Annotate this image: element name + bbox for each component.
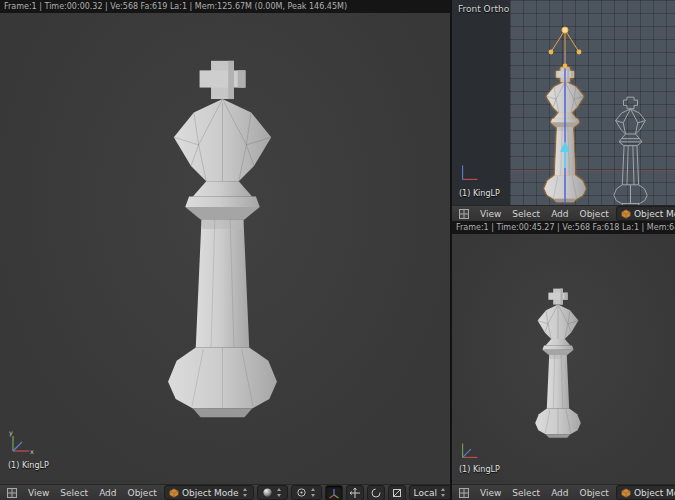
pivot-dropdown[interactable]: [291, 485, 322, 500]
editor-type-icon: [458, 487, 470, 499]
menu-select[interactable]: Select: [56, 488, 92, 498]
mode-label: Object Mode: [634, 488, 675, 498]
axis-gizmo: [458, 160, 482, 184]
mode-label: Object Mode: [182, 488, 239, 498]
chevron-updown-icon: [276, 488, 283, 497]
chevron-updown-icon: [440, 488, 447, 497]
shading-dropdown[interactable]: [257, 485, 288, 500]
front-ortho-viewport[interactable]: Front Ortho (1) KingLP: [452, 0, 675, 205]
mode-dropdown[interactable]: Object Mode: [616, 485, 675, 500]
axis-y-label: y: [9, 430, 13, 437]
active-object-label: (1) KingLP: [8, 461, 49, 470]
viewport-header: View Select Add Object Object Mode: [452, 484, 675, 500]
manipulator-toggle-button[interactable]: [325, 485, 343, 500]
right-area: Front Ortho (1) KingLP View Select Add O…: [452, 0, 675, 500]
object-mode-cube-icon: [621, 209, 631, 219]
info-header: Frame:1 | Time:00:45.27 | Ve:568 Fa:618 …: [452, 221, 675, 234]
king-model[interactable]: [526, 287, 590, 439]
object-mode-cube-icon: [169, 488, 179, 498]
active-object-label: (1) KingLP: [459, 189, 500, 198]
pivot-point-icon: [296, 487, 307, 498]
render-stats-text: Frame:1 | Time:00:00.32 | Ve:568 Fa:619 …: [4, 2, 347, 11]
menu-object[interactable]: Object: [576, 488, 613, 498]
render-stats-text: Frame:1 | Time:00:45.27 | Ve:568 Fa:618 …: [456, 223, 675, 232]
active-object-label: (1) KingLP: [459, 465, 500, 474]
view-name-label: Front Ortho: [458, 4, 509, 14]
editor-type-button[interactable]: [3, 485, 21, 500]
menu-view[interactable]: View: [24, 488, 53, 498]
main-3d-viewport[interactable]: x y (1) KingLP: [0, 13, 450, 484]
translate-icon: [349, 487, 361, 499]
scale-manipulator-button[interactable]: [388, 485, 406, 500]
editor-type-button[interactable]: [455, 485, 473, 500]
menu-object[interactable]: Object: [576, 209, 613, 219]
orientation-dropdown[interactable]: Local: [409, 485, 450, 500]
scale-icon: [391, 487, 403, 499]
menu-view[interactable]: View: [476, 209, 505, 219]
left-area: Frame:1 | Time:00:00.32 | Ve:568 Fa:619 …: [0, 0, 450, 500]
editor-type-icon: [458, 208, 470, 220]
orientation-label: Local: [414, 488, 437, 498]
editor-type-button[interactable]: [455, 206, 473, 222]
viewport-header: View Select Add Object Object Mode: [0, 484, 450, 500]
shading-sphere-icon: [262, 487, 273, 498]
king-model-wireframe[interactable]: [607, 96, 654, 205]
viewport-header: View Select Add Object Object Mode: [452, 205, 675, 221]
translate-manipulator-button[interactable]: [346, 485, 364, 500]
menu-add[interactable]: Add: [95, 488, 120, 498]
manipulator-axis-icon: [328, 487, 340, 499]
chevron-updown-icon: [310, 488, 317, 497]
editor-type-icon: [6, 487, 18, 499]
king-model-selected[interactable]: [536, 66, 594, 203]
menu-add[interactable]: Add: [547, 209, 572, 219]
info-header: Frame:1 | Time:00:00.32 | Ve:568 Fa:619 …: [0, 0, 450, 13]
rotate-icon: [370, 487, 382, 499]
menu-view[interactable]: View: [476, 488, 505, 498]
axis-x-label: x: [30, 448, 34, 456]
axis-gizmo: x y: [8, 430, 34, 456]
mode-dropdown[interactable]: Object Mode: [164, 485, 254, 500]
king-model[interactable]: [146, 57, 299, 420]
axis-gizmo: [458, 438, 482, 462]
secondary-3d-viewport[interactable]: (1) KingLP: [452, 234, 675, 484]
mode-label: Object Mode: [634, 209, 675, 219]
menu-add[interactable]: Add: [547, 488, 572, 498]
menu-select[interactable]: Select: [508, 488, 544, 498]
menu-select[interactable]: Select: [508, 209, 544, 219]
blender-window: Frame:1 | Time:00:00.32 | Ve:568 Fa:619 …: [0, 0, 675, 500]
chevron-updown-icon: [242, 488, 249, 497]
rotate-manipulator-button[interactable]: [367, 485, 385, 500]
object-mode-cube-icon: [621, 488, 631, 498]
menu-object[interactable]: Object: [124, 488, 161, 498]
mode-dropdown[interactable]: Object Mode: [616, 206, 675, 221]
